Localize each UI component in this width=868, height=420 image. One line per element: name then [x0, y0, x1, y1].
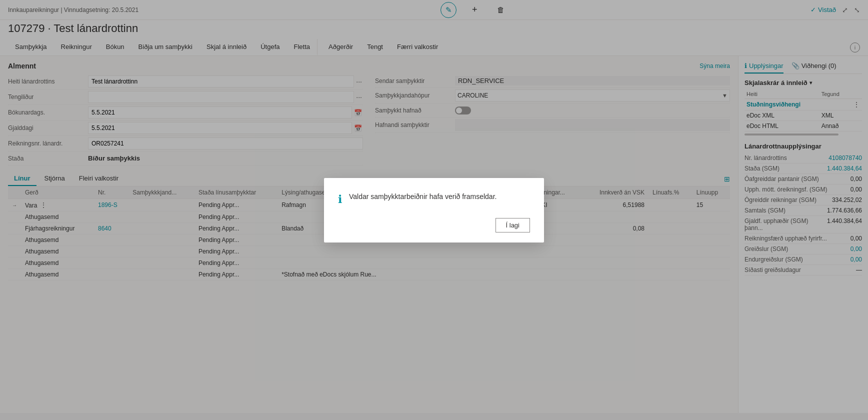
modal-footer: Í lagi: [338, 218, 530, 232]
modal-ok-button[interactable]: Í lagi: [496, 218, 530, 232]
modal-overlay[interactable]: ℹ Valdar samþykktarbeiðnir hafa verið fr…: [0, 0, 868, 413]
modal-box: ℹ Valdar samþykktarbeiðnir hafa verið fr…: [324, 178, 544, 242]
modal-text: Valdar samþykktarbeiðnir hafa verið fram…: [349, 192, 496, 202]
modal-content: ℹ Valdar samþykktarbeiðnir hafa verið fr…: [338, 192, 530, 206]
modal-info-icon: ℹ: [338, 193, 342, 206]
